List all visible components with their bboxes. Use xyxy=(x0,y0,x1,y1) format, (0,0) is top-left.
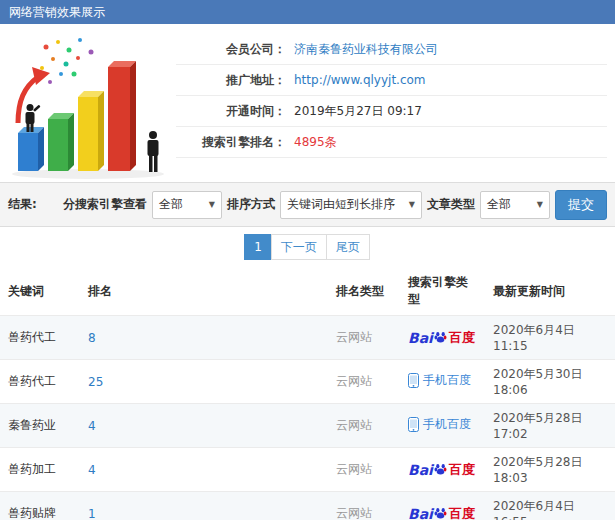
chevron-down-icon: ▼ xyxy=(529,200,543,209)
sort-select-value: 关键词由短到长排序 xyxy=(287,196,395,213)
engine-cell: Bai百度 xyxy=(400,492,485,520)
submit-button[interactable]: 提交 xyxy=(555,190,607,220)
baidu-paw-icon xyxy=(434,331,447,344)
update-time-cell: 2020年6月4日 16:55 xyxy=(485,492,615,520)
rank-link[interactable]: 4 xyxy=(88,463,96,477)
open-time-row: 开通时间： 2019年5月27日 09:17 xyxy=(176,96,607,127)
table-row: 兽药加工4云网站Bai百度2020年5月28日 18:03 xyxy=(0,448,615,492)
mobile-baidu-label: 手机百度 xyxy=(423,416,471,433)
mobile-baidu-label: 手机百度 xyxy=(423,372,471,389)
promo-url-label: 推广地址： xyxy=(176,72,286,89)
member-company-row: 会员公司： 济南秦鲁药业科技有限公司 xyxy=(176,34,607,65)
next-page-button[interactable]: 下一页 xyxy=(271,234,327,260)
page-1-button[interactable]: 1 xyxy=(244,234,272,260)
chevron-down-icon: ▼ xyxy=(201,200,215,209)
article-type-label: 文章类型 xyxy=(427,196,475,213)
update-time-cell: 2020年5月28日 17:02 xyxy=(485,404,615,448)
rank-type-cell: 云网站 xyxy=(328,492,400,520)
rank-cell: 1 xyxy=(80,492,328,520)
page-title: 网络营销效果展示 xyxy=(9,5,105,19)
column-header: 排名 xyxy=(80,267,328,316)
engine-rank-count: 4895条 xyxy=(286,134,337,151)
table-row: 兽药贴牌1云网站Bai百度2020年6月4日 16:55 xyxy=(0,492,615,520)
table-header-row: 关键词排名排名类型搜索引擎类型最新更新时间 xyxy=(0,267,615,316)
promo-url-link[interactable]: http://www.qlyyjt.com xyxy=(286,73,426,87)
baidu-paw-icon xyxy=(434,463,447,476)
update-time-cell: 2020年6月4日 11:15 xyxy=(485,316,615,360)
column-header: 搜索引擎类型 xyxy=(400,267,485,316)
filter-bar: 结果: 分搜索引擎查看 全部 ▼ 排序方式 关键词由短到长排序 ▼ 文章类型 全… xyxy=(0,182,615,227)
sort-select[interactable]: 关键词由短到长排序 ▼ xyxy=(280,191,422,219)
member-company-link[interactable]: 济南秦鲁药业科技有限公司 xyxy=(286,41,438,58)
engine-select[interactable]: 全部 ▼ xyxy=(152,191,222,219)
rank-link[interactable]: 1 xyxy=(88,507,96,520)
pagination: 1 下一页 尾页 xyxy=(0,227,615,267)
table-row: 兽药代工25云网站手机百度2020年5月30日 18:06 xyxy=(0,360,615,404)
table-row: 秦鲁药业4云网站手机百度2020年5月28日 17:02 xyxy=(0,404,615,448)
keyword-cell: 兽药代工 xyxy=(0,360,80,404)
update-time-cell: 2020年5月30日 18:06 xyxy=(485,360,615,404)
mobile-baidu-badge: 手机百度 xyxy=(408,372,471,389)
article-type-select[interactable]: 全部 ▼ xyxy=(480,191,550,219)
window-titlebar: 网络营销效果展示 xyxy=(0,0,615,24)
engine-filter-label: 分搜索引擎查看 xyxy=(63,196,147,213)
rank-type-cell: 云网站 xyxy=(328,360,400,404)
column-header: 关键词 xyxy=(0,267,80,316)
open-time-value: 2019年5月27日 09:17 xyxy=(286,103,422,120)
rank-cell: 8 xyxy=(80,316,328,360)
engine-cell: 手机百度 xyxy=(400,404,485,448)
filter-controls: 分搜索引擎查看 全部 ▼ 排序方式 关键词由短到长排序 ▼ 文章类型 全部 ▼ … xyxy=(63,190,607,220)
article-select-value: 全部 xyxy=(487,196,511,213)
rank-type-cell: 云网站 xyxy=(328,448,400,492)
keyword-cell: 兽药贴牌 xyxy=(0,492,80,520)
rank-cell: 25 xyxy=(80,360,328,404)
rank-cell: 4 xyxy=(80,404,328,448)
engine-select-value: 全部 xyxy=(159,196,183,213)
rank-type-cell: 云网站 xyxy=(328,316,400,360)
last-page-button[interactable]: 尾页 xyxy=(326,234,370,260)
column-header: 排名类型 xyxy=(328,267,400,316)
engine-rank-label: 搜索引擎排名： xyxy=(176,134,286,151)
sort-label: 排序方式 xyxy=(227,196,275,213)
rank-link[interactable]: 25 xyxy=(88,375,103,389)
baidu-logo-icon: Bai百度 xyxy=(408,329,475,347)
rank-link[interactable]: 8 xyxy=(88,331,96,345)
chevron-down-icon: ▼ xyxy=(401,200,415,209)
rank-link[interactable]: 4 xyxy=(88,419,96,433)
baidu-logo-icon: Bai百度 xyxy=(408,461,475,479)
rank-cell: 4 xyxy=(80,448,328,492)
table-row: 兽药代工8云网站Bai百度2020年6月4日 11:15 xyxy=(0,316,615,360)
open-time-label: 开通时间： xyxy=(176,103,286,120)
keyword-cell: 兽药代工 xyxy=(0,316,80,360)
baidu-paw-icon xyxy=(434,507,447,520)
mobile-baidu-badge: 手机百度 xyxy=(408,416,471,433)
results-label: 结果: xyxy=(8,196,37,213)
engine-cell: Bai百度 xyxy=(400,448,485,492)
rank-type-cell: 云网站 xyxy=(328,404,400,448)
promo-url-row: 推广地址： http://www.qlyyjt.com xyxy=(176,65,607,96)
engine-cell: Bai百度 xyxy=(400,316,485,360)
member-summary-section: 会员公司： 济南秦鲁药业科技有限公司 推广地址： http://www.qlyy… xyxy=(0,24,615,182)
update-time-cell: 2020年5月28日 18:03 xyxy=(485,448,615,492)
keyword-rank-table: 关键词排名排名类型搜索引擎类型最新更新时间 兽药代工8云网站Bai百度2020年… xyxy=(0,267,615,520)
member-info: 会员公司： 济南秦鲁药业科技有限公司 推广地址： http://www.qlyy… xyxy=(176,30,607,182)
phone-icon xyxy=(408,417,419,432)
keyword-cell: 兽药加工 xyxy=(0,448,80,492)
phone-icon xyxy=(408,373,419,388)
member-company-label: 会员公司： xyxy=(176,41,286,58)
column-header: 最新更新时间 xyxy=(485,267,615,316)
keyword-cell: 秦鲁药业 xyxy=(0,404,80,448)
engine-rank-row: 搜索引擎排名： 4895条 xyxy=(176,127,607,158)
baidu-logo-icon: Bai百度 xyxy=(408,505,475,520)
engine-cell: 手机百度 xyxy=(400,360,485,404)
bar-chart-clipart-image xyxy=(4,30,176,182)
